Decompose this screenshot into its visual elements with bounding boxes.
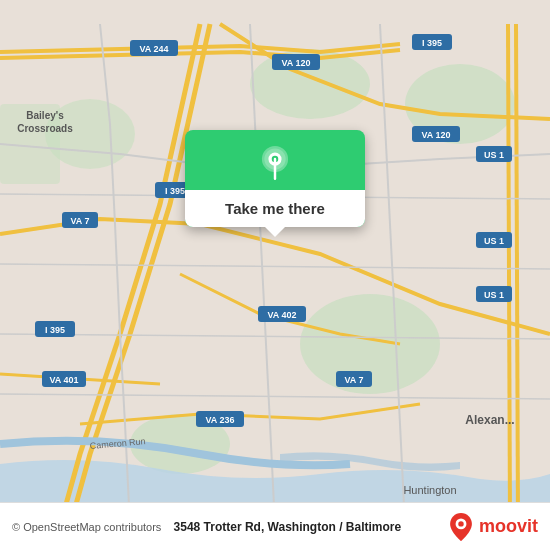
svg-text:Bailey's: Bailey's — [26, 110, 64, 121]
location-label: 3548 Trotter Rd, Washington / Baltimore — [174, 520, 402, 534]
svg-text:VA 401: VA 401 — [49, 375, 78, 385]
map-background: VA 244 VA 120 I 395 VA 120 US 1 I 395 VA… — [0, 0, 550, 550]
svg-text:US 1: US 1 — [484, 290, 504, 300]
svg-text:VA 244: VA 244 — [139, 44, 168, 54]
svg-text:VA 7: VA 7 — [344, 375, 363, 385]
svg-text:VA 402: VA 402 — [267, 310, 296, 320]
moovit-text: moovit — [479, 516, 538, 537]
bottom-bar: © OpenStreetMap contributors 3548 Trotte… — [0, 502, 550, 550]
svg-text:VA 7: VA 7 — [70, 216, 89, 226]
svg-text:VA 120: VA 120 — [421, 130, 450, 140]
popup-icon-area — [257, 130, 293, 190]
svg-text:I 395: I 395 — [165, 186, 185, 196]
svg-text:I 395: I 395 — [422, 38, 442, 48]
map-container: VA 244 VA 120 I 395 VA 120 US 1 I 395 VA… — [0, 0, 550, 550]
svg-text:US 1: US 1 — [484, 150, 504, 160]
moovit-icon — [447, 513, 475, 541]
svg-text:I 395: I 395 — [45, 325, 65, 335]
svg-point-45 — [458, 521, 463, 526]
svg-text:Crossroads: Crossroads — [17, 123, 73, 134]
location-pin-icon — [257, 146, 293, 182]
take-me-there-button[interactable]: Take me there — [185, 190, 365, 227]
location-popup: Take me there — [185, 130, 365, 227]
attribution-text: © OpenStreetMap contributors 3548 Trotte… — [12, 520, 401, 534]
svg-text:US 1: US 1 — [484, 236, 504, 246]
svg-text:VA 236: VA 236 — [205, 415, 234, 425]
attribution-label: © OpenStreetMap contributors — [12, 521, 161, 533]
svg-text:Huntington: Huntington — [403, 484, 456, 496]
moovit-logo: moovit — [447, 513, 538, 541]
svg-text:Alexan...: Alexan... — [465, 413, 514, 427]
svg-text:VA 120: VA 120 — [281, 58, 310, 68]
